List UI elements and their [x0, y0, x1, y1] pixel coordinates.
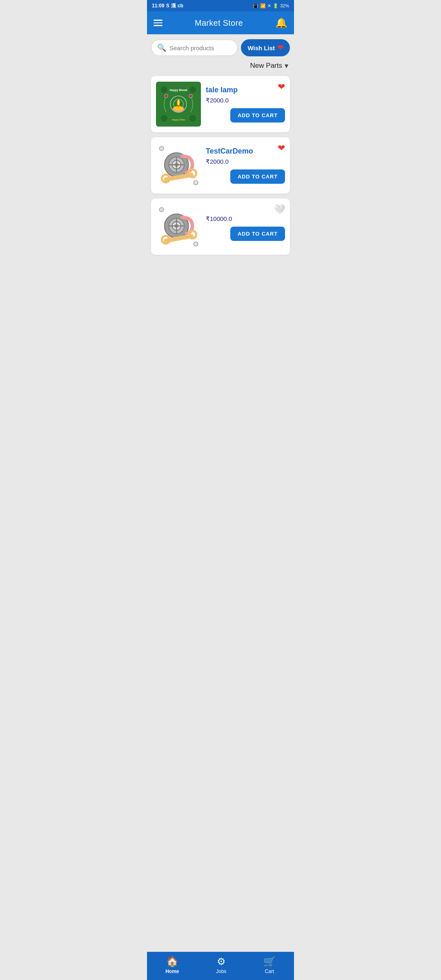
status-right-group: 📳 📶 ✕ 🔋 32%: [253, 3, 289, 9]
svg-point-27: [194, 180, 198, 185]
wishlist-label: Wish List: [247, 45, 275, 51]
svg-point-2: [189, 87, 196, 93]
product-wishlist-icon-3[interactable]: 🤍: [274, 204, 285, 215]
status-vibrate-icon: 📳: [253, 3, 258, 9]
svg-text:Happy Biwali: Happy Biwali: [169, 89, 187, 92]
menu-button[interactable]: [154, 20, 163, 26]
search-icon: 🔍: [157, 43, 166, 52]
filter-label: New Parts: [250, 62, 282, 70]
svg-point-26: [159, 146, 164, 151]
status-icon-cb: cb: [178, 3, 183, 9]
menu-line-2: [154, 22, 163, 24]
filter-dropdown[interactable]: New Parts ▾: [250, 61, 288, 70]
status-icon-han: 漢: [171, 2, 176, 9]
add-to-cart-button-2[interactable]: ADD TO CART: [230, 169, 285, 184]
dropdown-arrow-icon: ▾: [285, 61, 288, 70]
status-icon-s: S: [166, 3, 169, 9]
svg-point-12: [165, 95, 167, 97]
product-price-2: ₹2000.0: [206, 158, 285, 165]
product-image-3: [156, 204, 201, 249]
product-card-3: ₹10000.0 ADD TO CART 🤍: [151, 198, 290, 255]
search-input[interactable]: [169, 45, 232, 51]
app-header: Market Store 🔔: [147, 11, 294, 34]
svg-point-3: [161, 115, 167, 122]
product-price-1: ₹2000.0: [206, 97, 285, 104]
product-name-1: tale lamp: [206, 86, 285, 94]
search-box[interactable]: 🔍: [151, 40, 238, 56]
status-battery-icon: 🔋: [273, 3, 278, 9]
svg-text:Happy Diwu: Happy Diwu: [172, 118, 185, 121]
product-info-3: ₹10000.0 ADD TO CART: [206, 213, 285, 241]
svg-point-10: [178, 100, 180, 105]
menu-line-3: [154, 25, 163, 26]
product-info-2: TestCarDemo ₹2000.0 ADD TO CART: [206, 147, 285, 184]
wishlist-heart-icon: ❤: [277, 43, 283, 52]
add-to-cart-button-3[interactable]: ADD TO CART: [230, 227, 285, 241]
product-wishlist-icon-2[interactable]: ❤: [278, 143, 285, 154]
svg-point-38: [194, 242, 198, 246]
product-wishlist-icon-1[interactable]: ❤: [278, 82, 285, 92]
product-card: Happy Biwali Happy Diwu tale lamp ₹2000.…: [151, 76, 290, 132]
product-price-3: ₹10000.0: [206, 215, 285, 223]
product-image-2: [156, 143, 201, 188]
status-bar: 11:09 S 漢 cb 📳 📶 ✕ 🔋 32%: [147, 0, 294, 11]
svg-point-1: [161, 87, 167, 93]
status-x-icon: ✕: [267, 3, 271, 9]
svg-point-14: [189, 95, 192, 97]
status-wifi-icon: 📶: [260, 3, 266, 9]
app-title: Market Store: [195, 18, 243, 28]
menu-line-1: [154, 20, 163, 21]
status-time-group: 11:09 S 漢 cb: [152, 2, 183, 9]
status-time: 11:09: [152, 3, 165, 9]
product-card-2: TestCarDemo ₹2000.0 ADD TO CART ❤: [151, 137, 290, 194]
svg-point-37: [159, 207, 164, 212]
wishlist-button[interactable]: Wish List ❤: [241, 39, 290, 56]
add-to-cart-button-1[interactable]: ADD TO CART: [230, 108, 285, 122]
products-list: Happy Biwali Happy Diwu tale lamp ₹2000.…: [147, 74, 294, 259]
product-image-1: Happy Biwali Happy Diwu: [156, 82, 201, 127]
product-name-2: TestCarDemo: [206, 147, 285, 156]
search-wishlist-row: 🔍 Wish List ❤: [147, 34, 294, 60]
notification-bell-icon[interactable]: 🔔: [275, 17, 287, 29]
filter-row: New Parts ▾: [147, 60, 294, 74]
product-info-1: tale lamp ₹2000.0 ADD TO CART: [206, 86, 285, 122]
svg-point-4: [189, 115, 196, 122]
status-battery-text: 32%: [280, 3, 289, 8]
